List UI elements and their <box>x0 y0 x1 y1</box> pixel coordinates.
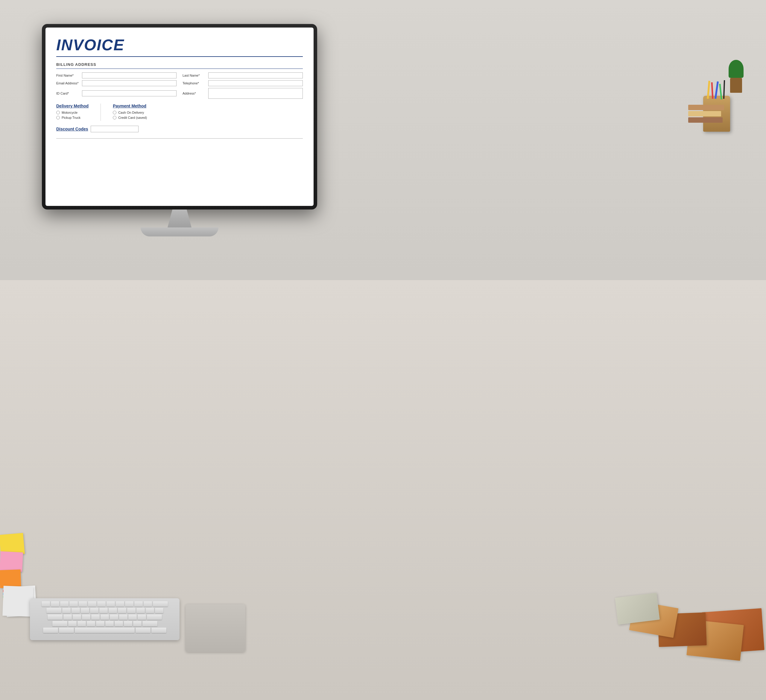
key <box>136 608 145 613</box>
key <box>109 608 117 613</box>
key <box>88 601 97 607</box>
paper-2 <box>2 586 33 616</box>
key <box>71 608 80 613</box>
pickup-truck-label: Pickup Truck <box>62 116 81 119</box>
key-caps <box>47 614 63 620</box>
credit-card-label: Credit Card (saved) <box>118 116 147 119</box>
cash-on-delivery-option[interactable]: Cash On Delivery <box>113 111 147 114</box>
first-name-input[interactable] <box>82 73 177 78</box>
address-row: Address* <box>182 88 303 99</box>
key-alt-right <box>136 627 150 633</box>
key <box>99 608 108 613</box>
plant-area <box>724 60 748 102</box>
methods-section: Delivery Method Motorcycle Pickup Truck <box>56 103 303 121</box>
key <box>63 614 72 620</box>
key <box>90 608 98 613</box>
email-input[interactable] <box>82 80 177 86</box>
cash-on-delivery-radio[interactable] <box>113 111 116 114</box>
key <box>125 601 133 607</box>
credit-card-option[interactable]: Credit Card (saved) <box>113 116 147 119</box>
key <box>73 614 81 620</box>
key <box>79 601 87 607</box>
key <box>70 601 78 607</box>
key <box>155 608 163 613</box>
keyboard <box>30 598 179 640</box>
monitor-screen: INVOICE BILLING ADDRESS First Name* Last… <box>46 27 313 206</box>
key <box>81 608 89 613</box>
key <box>146 608 154 613</box>
keyboard-row-2 <box>33 608 177 613</box>
payment-method-label: Payment Method <box>113 103 147 108</box>
cash-on-delivery-label: Cash On Delivery <box>118 111 144 114</box>
first-name-label: First Name* <box>56 74 80 77</box>
last-name-row: Last Name* <box>182 73 303 78</box>
motorcycle-radio[interactable] <box>56 111 60 114</box>
swatches-area <box>587 565 766 670</box>
telephone-input[interactable] <box>208 80 303 86</box>
key <box>101 614 109 620</box>
key <box>106 601 115 607</box>
key <box>62 608 71 613</box>
pickup-truck-radio[interactable] <box>56 116 60 119</box>
mousepad <box>185 604 245 652</box>
key <box>124 621 132 626</box>
monitor-stand-neck <box>168 209 192 228</box>
telephone-label: Telephone* <box>182 81 206 85</box>
id-card-label: ID Card* <box>56 92 80 95</box>
book-3 <box>688 117 723 123</box>
key <box>97 601 106 607</box>
email-row: Email Address* <box>56 80 177 86</box>
monitor: INVOICE BILLING ADDRESS First Name* Last… <box>42 24 317 239</box>
book-1 <box>688 105 724 110</box>
monitor-bezel: INVOICE BILLING ADDRESS First Name* Last… <box>42 24 317 209</box>
id-card-input[interactable] <box>82 90 177 97</box>
key <box>87 621 95 626</box>
key <box>133 621 141 626</box>
motorcycle-label: Motorcycle <box>62 111 78 114</box>
last-name-label: Last Name* <box>182 74 206 77</box>
key <box>119 614 127 620</box>
sticky-note-pink <box>0 551 23 572</box>
credit-card-radio[interactable] <box>113 116 116 119</box>
billing-form-grid: First Name* Last Name* Email Address* Te… <box>56 73 303 99</box>
key <box>105 621 114 626</box>
plant-leaves <box>729 60 744 78</box>
invoice-form: INVOICE BILLING ADDRESS First Name* Last… <box>46 27 313 206</box>
key-tab <box>46 608 61 613</box>
telephone-row: Telephone* <box>182 80 303 86</box>
book-2 <box>688 111 721 116</box>
key <box>138 614 146 620</box>
key <box>118 608 126 613</box>
address-label: Address* <box>182 92 206 95</box>
address-input[interactable] <box>208 88 303 99</box>
invoice-title: INVOICE <box>56 36 303 54</box>
id-card-row: ID Card* <box>56 88 177 99</box>
motorcycle-option[interactable]: Motorcycle <box>56 111 89 114</box>
key <box>68 621 77 626</box>
key <box>51 601 59 607</box>
key <box>135 601 143 607</box>
key-shift-left <box>52 621 67 626</box>
key-enter <box>147 614 162 620</box>
key <box>144 601 152 607</box>
invoice-divider <box>56 56 303 57</box>
key <box>60 601 68 607</box>
key <box>128 614 137 620</box>
last-name-input[interactable] <box>208 73 303 78</box>
key-backspace <box>153 601 168 607</box>
key <box>127 608 136 613</box>
pickup-truck-option[interactable]: Pickup Truck <box>56 116 89 119</box>
key <box>91 614 100 620</box>
keyboard-row-5 <box>33 627 177 633</box>
bottom-divider <box>56 138 303 139</box>
discount-codes-label: Discount Codes <box>56 127 88 131</box>
swatch-5 <box>615 593 660 625</box>
key-alt <box>59 627 74 633</box>
key-space <box>75 627 135 633</box>
key <box>115 621 123 626</box>
first-name-row: First Name* <box>56 73 177 78</box>
discount-input[interactable] <box>91 126 139 132</box>
monitor-stand-base <box>141 228 218 236</box>
email-label: Email Address* <box>56 81 80 85</box>
key <box>82 614 90 620</box>
